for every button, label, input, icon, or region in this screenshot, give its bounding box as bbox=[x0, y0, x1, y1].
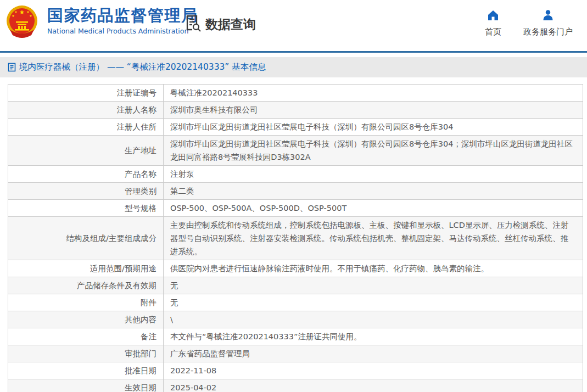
document-icon bbox=[8, 63, 16, 72]
table-row: 型号规格OSP-500、OSP-500A、OSP-500D、OSP-500T bbox=[8, 200, 583, 217]
page-title: 境内医疗器械（注册） —— “粤械注准20202140333” 基本信息 bbox=[19, 61, 266, 73]
row-label: 审批部门 bbox=[8, 345, 164, 362]
row-value: 深圳市坪山区龙田街道龙田社区莹展电子科技（深圳）有限公司园区8号仓库304 bbox=[164, 119, 583, 135]
home-icon bbox=[487, 9, 500, 24]
row-label: 注册人名称 bbox=[8, 102, 164, 118]
svg-text:★: ★ bbox=[29, 14, 32, 18]
data-query-section[interactable]: 数据查询 bbox=[185, 14, 256, 35]
nav-home-label: 首页 bbox=[485, 27, 501, 37]
row-value: 2025-04-02 bbox=[164, 379, 583, 392]
row-label: 型号规格 bbox=[8, 200, 164, 216]
national-emblem-logo: ★ ★ ★ ★ ★ bbox=[4, 4, 40, 40]
agency-title-block: 国家药品监督管理局 National Medical Products Admi… bbox=[47, 7, 198, 35]
person-icon bbox=[541, 9, 555, 24]
svg-text:★: ★ bbox=[19, 9, 25, 16]
row-label: 附件 bbox=[8, 294, 164, 311]
row-label: 生产地址 bbox=[8, 136, 164, 165]
row-label: 适用范围/预期用途 bbox=[8, 260, 164, 277]
row-label: 注册人住所 bbox=[8, 119, 164, 135]
table-row: 结构及组成/主要组成成分主要由控制系统和传动系统组成，控制系统包括电源板、主板、… bbox=[8, 217, 583, 260]
row-label: 产品储存条件及有效期 bbox=[8, 277, 164, 294]
svg-text:★: ★ bbox=[26, 10, 29, 14]
svg-text:★: ★ bbox=[14, 10, 17, 14]
agency-name-english: National Medical Products Administration bbox=[47, 27, 198, 35]
row-value: 广东省药品监督管理局 bbox=[164, 345, 583, 362]
table-row: 注册证编号粤械注准20202140333 bbox=[8, 85, 583, 102]
row-value: 本文件与“粤械注准20202140333”注册证共同使用。 bbox=[164, 328, 583, 345]
header-divider bbox=[0, 51, 587, 53]
page-title-bar: 境内医疗器械（注册） —— “粤械注准20202140333” 基本信息 bbox=[0, 57, 587, 77]
site-header: ★ ★ ★ ★ ★ 国家药品监督管理局 National Medical Pro… bbox=[0, 0, 587, 51]
top-nav: 首页 政务服务门户 bbox=[485, 9, 573, 37]
row-value: 注射泵 bbox=[164, 166, 583, 182]
table-row: 产品名称注射泵 bbox=[8, 166, 583, 183]
row-value: 无 bbox=[164, 277, 583, 294]
row-value: 主要由控制系统和传动系统组成，控制系统包括电源板、主板、按键和显示板、LCD显示… bbox=[164, 217, 583, 260]
row-value: 粤械注准20202140333 bbox=[164, 85, 583, 101]
info-table: 注册证编号粤械注准20202140333注册人名称深圳市奥生科技有限公司注册人住… bbox=[8, 84, 583, 392]
data-query-label: 数据查询 bbox=[205, 16, 256, 33]
row-label: 批准日期 bbox=[8, 362, 164, 379]
row-value: 无 bbox=[164, 294, 583, 311]
table-row: 备注本文件与“粤械注准20202140333”注册证共同使用。 bbox=[8, 328, 583, 345]
row-label: 生效日期 bbox=[8, 379, 164, 392]
table-row: 产品储存条件及有效期无 bbox=[8, 277, 583, 294]
row-label: 产品名称 bbox=[8, 166, 164, 182]
row-value: 深圳市奥生科技有限公司 bbox=[164, 102, 583, 118]
row-value: 第二类 bbox=[164, 183, 583, 199]
row-label: 结构及组成/主要组成成分 bbox=[8, 217, 164, 260]
row-value: 深圳市坪山区龙田街道龙田社区莹展电子科技（深圳）有限公司园区8号仓库304；深圳… bbox=[164, 136, 583, 165]
table-row: 附件无 bbox=[8, 294, 583, 311]
table-row: 批准日期2022-11-08 bbox=[8, 362, 583, 379]
row-label: 注册证编号 bbox=[8, 85, 164, 101]
svg-text:★: ★ bbox=[12, 14, 14, 18]
table-row: 注册人住所深圳市坪山区龙田街道龙田社区莹展电子科技（深圳）有限公司园区8号仓库3… bbox=[8, 119, 583, 136]
row-label: 备注 bbox=[8, 328, 164, 345]
document-search-icon bbox=[185, 14, 202, 35]
row-value: OSP-500、OSP-500A、OSP-500D、OSP-500T bbox=[164, 200, 583, 216]
table-row: 生产地址深圳市坪山区龙田街道龙田社区莹展电子科技（深圳）有限公司园区8号仓库30… bbox=[8, 136, 583, 166]
table-row: 其他内容\ bbox=[8, 311, 583, 328]
table-row: 注册人名称深圳市奥生科技有限公司 bbox=[8, 102, 583, 119]
nav-gov-service-portal-label: 政务服务门户 bbox=[523, 27, 573, 37]
agency-name: 国家药品监督管理局 bbox=[47, 7, 198, 25]
table-row: 审批部门广东省药品监督管理局 bbox=[8, 345, 583, 362]
row-value: \ bbox=[164, 311, 583, 328]
table-row: 适用范围/预期用途供医院内对患者进行恒速静脉输注药液时使用。不用于镇痛药、化疗药… bbox=[8, 260, 583, 277]
row-label: 其他内容 bbox=[8, 311, 164, 328]
nav-home[interactable]: 首页 bbox=[485, 9, 501, 37]
row-label: 管理类别 bbox=[8, 183, 164, 199]
row-value: 2022-11-08 bbox=[164, 362, 583, 379]
table-row: 生效日期2025-04-02 bbox=[8, 379, 583, 392]
table-row: 管理类别第二类 bbox=[8, 183, 583, 200]
nav-gov-service-portal[interactable]: 政务服务门户 bbox=[523, 9, 573, 37]
row-value: 供医院内对患者进行恒速静脉输注药液时使用。不用于镇痛药、化疗药物、胰岛素的输注。 bbox=[164, 260, 583, 277]
